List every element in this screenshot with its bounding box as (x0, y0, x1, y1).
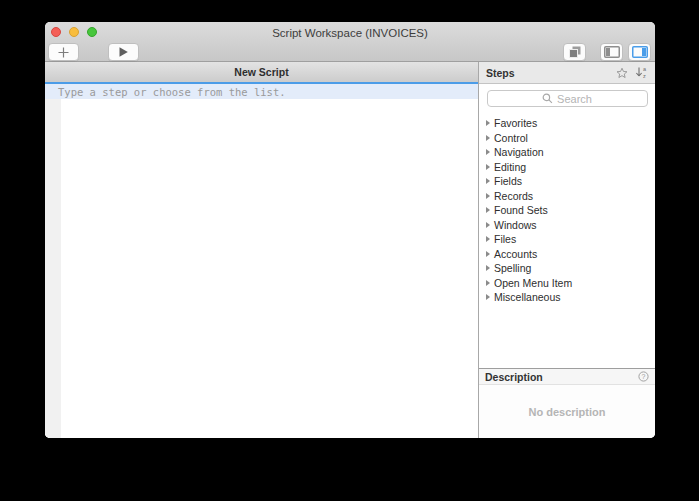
disclosure-triangle-icon[interactable] (486, 149, 490, 155)
favorites-star-button[interactable] (616, 67, 628, 79)
step-category-item[interactable]: Navigation (479, 145, 655, 160)
new-script-button[interactable] (48, 43, 79, 61)
traffic-lights (51, 27, 97, 37)
disclosure-triangle-icon[interactable] (486, 236, 490, 242)
svg-text:z: z (643, 73, 646, 79)
disclosure-triangle-icon[interactable] (486, 135, 490, 141)
step-category-label: Accounts (494, 248, 537, 260)
step-category-label: Files (494, 233, 516, 245)
svg-text:a: a (643, 66, 647, 72)
step-category-label: Miscellaneous (494, 291, 561, 303)
steps-sidebar: Steps a z (478, 62, 655, 438)
description-help-button[interactable]: ? (638, 371, 649, 382)
disclosure-triangle-icon[interactable] (486, 280, 490, 286)
help-icon: ? (638, 371, 649, 382)
desktop-background: Script Workspace (INVOICES) (0, 0, 699, 501)
script-editor-pane: New Script Type a step or choose from th… (45, 62, 478, 438)
close-icon[interactable] (51, 27, 61, 37)
script-workspace-window: Script Workspace (INVOICES) (45, 22, 655, 438)
toggle-right-panel-button[interactable] (628, 43, 651, 61)
description-panel-title: Description (485, 371, 631, 383)
disclosure-triangle-icon[interactable] (486, 164, 490, 170)
disclosure-triangle-icon[interactable] (486, 222, 490, 228)
step-category-label: Found Sets (494, 204, 548, 216)
step-category-item[interactable]: Fields (479, 174, 655, 189)
step-category-item[interactable]: Favorites (479, 116, 655, 131)
zoom-icon[interactable] (87, 27, 97, 37)
step-category-item[interactable]: Records (479, 189, 655, 204)
step-category-label: Navigation (494, 146, 544, 158)
steps-panel-header: Steps a z (479, 62, 655, 84)
disclosure-triangle-icon[interactable] (486, 193, 490, 199)
step-category-item[interactable]: Spelling (479, 261, 655, 276)
right-panel-icon (632, 46, 648, 58)
step-category-item[interactable]: Found Sets (479, 203, 655, 218)
disclosure-triangle-icon[interactable] (486, 294, 490, 300)
star-icon (616, 67, 628, 79)
svg-text:?: ? (642, 373, 646, 380)
description-panel-header: Description ? (479, 368, 655, 385)
search-input[interactable]: Search (487, 90, 648, 107)
search-placeholder: Search (557, 93, 592, 105)
window-title: Script Workspace (INVOICES) (272, 27, 428, 39)
no-description-text: No description (528, 406, 605, 418)
step-category-item[interactable]: Accounts (479, 247, 655, 262)
step-category-label: Spelling (494, 262, 531, 274)
window-content: New Script Type a step or choose from th… (45, 62, 655, 438)
duplicate-button[interactable] (563, 43, 586, 61)
editor-gutter (45, 99, 61, 438)
step-category-item[interactable]: Open Menu Item (479, 276, 655, 291)
script-step-placeholder-row[interactable]: Type a step or choose from the list. (45, 84, 478, 99)
description-panel-body: No description (479, 385, 655, 438)
disclosure-triangle-icon[interactable] (486, 120, 490, 126)
step-category-item[interactable]: Files (479, 232, 655, 247)
disclosure-triangle-icon[interactable] (486, 265, 490, 271)
play-icon (118, 46, 129, 58)
script-tab-bar: New Script (45, 62, 478, 84)
step-category-label: Open Menu Item (494, 277, 572, 289)
minimize-icon[interactable] (69, 27, 79, 37)
search-icon (542, 93, 553, 104)
step-placeholder-text: Type a step or choose from the list. (58, 86, 286, 98)
left-panel-icon (604, 46, 620, 58)
toggle-left-panel-button[interactable] (600, 43, 623, 61)
step-category-item[interactable]: Windows (479, 218, 655, 233)
titlebar: Script Workspace (INVOICES) (45, 22, 655, 40)
sort-icon: a z (635, 66, 648, 79)
step-categories-list: Favorites Control Navigation Editing Fie… (479, 113, 655, 368)
duplicate-icon (568, 45, 582, 59)
plus-icon (57, 46, 70, 59)
script-step-editor[interactable]: Type a step or choose from the list. (45, 84, 478, 438)
tab-new-script[interactable]: New Script (234, 66, 288, 78)
step-category-label: Control (494, 132, 528, 144)
search-area: Search (479, 84, 655, 113)
run-script-button[interactable] (108, 43, 139, 61)
steps-panel-title: Steps (486, 67, 609, 79)
disclosure-triangle-icon[interactable] (486, 178, 490, 184)
sort-steps-button[interactable]: a z (635, 66, 648, 79)
step-category-label: Favorites (494, 117, 537, 129)
step-category-item[interactable]: Editing (479, 160, 655, 175)
step-category-label: Fields (494, 175, 522, 187)
disclosure-triangle-icon[interactable] (486, 251, 490, 257)
step-category-label: Editing (494, 161, 526, 173)
window-header: Script Workspace (INVOICES) (45, 22, 655, 62)
step-category-item[interactable]: Miscellaneous (479, 290, 655, 305)
step-category-label: Records (494, 190, 533, 202)
step-category-item[interactable]: Control (479, 131, 655, 146)
disclosure-triangle-icon[interactable] (486, 207, 490, 213)
step-category-label: Windows (494, 219, 537, 231)
